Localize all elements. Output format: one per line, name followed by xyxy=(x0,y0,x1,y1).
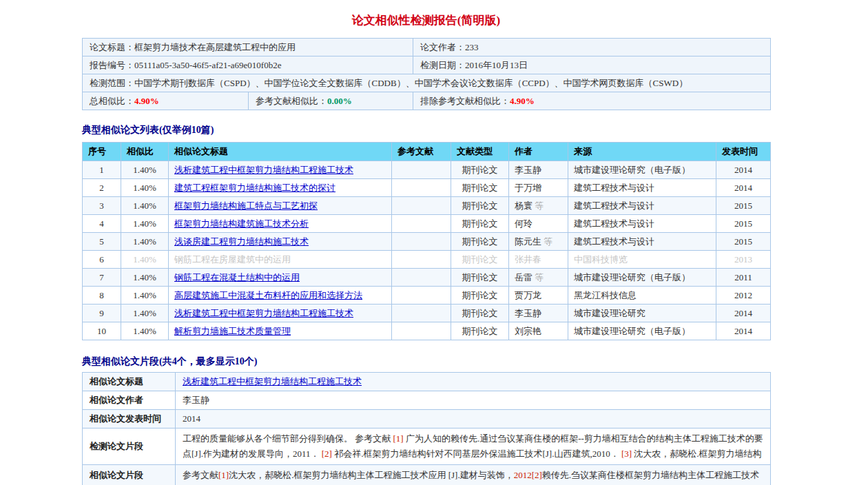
row-no-cell: 10 xyxy=(83,322,121,340)
fragment-row: 检测论文片段工程的质量能够从各个细节部分得到确保。 参考文献 [1] 广为人知的… xyxy=(83,429,771,465)
paper-author-value: 233 xyxy=(465,42,479,52)
etal-suffix: 等 xyxy=(533,272,544,282)
paper-title-link[interactable]: 钢筋工程在混凝土结构中的运用 xyxy=(174,272,300,282)
similar-papers-header-row: 序号 相似比 相似论文标题 参考文献 文献类型 作者 来源 发表时间 xyxy=(83,143,771,161)
info-row-title-author: 论文标题：框架剪力墙技术在高层建筑工程中的应用 论文作者：233 xyxy=(83,39,771,56)
fragment-row: 相似论文发表时间2014 xyxy=(83,410,771,429)
table-row: 71.40%钢筋工程在混凝土结构中的运用期刊论文岳雷 等城市建设理论研究（电子版… xyxy=(83,269,771,287)
paper-title-label: 论文标题： xyxy=(90,42,134,52)
paper-title-link[interactable]: 框架剪力墙结构建筑施工技术分析 xyxy=(174,218,309,229)
paper-title-text: 钢筋工程在房屋建筑中的运用 xyxy=(174,254,291,265)
row-doc-type-cell: 期刊论文 xyxy=(451,197,509,215)
row-source-cell: 城市建设理论研究（电子版） xyxy=(568,269,716,287)
fragment-row-value: 2014 xyxy=(176,410,771,429)
paper-title-link[interactable]: 浅析建筑工程中框架剪力墙结构工程施工技术 xyxy=(174,308,353,318)
row-reference-cell xyxy=(392,161,451,179)
column-header-source: 来源 xyxy=(568,143,716,161)
check-scope-label: 检测范围： xyxy=(90,78,134,88)
row-year-cell: 2015 xyxy=(716,197,771,215)
paper-title-link[interactable]: 框架剪力墙结构施工特点与工艺初探 xyxy=(174,200,318,211)
similar-fragments-heading: 典型相似论文片段(共4个，最多显示10个) xyxy=(82,357,770,367)
column-header-pub-year: 发表时间 xyxy=(716,143,771,161)
row-reference-cell xyxy=(392,179,451,197)
info-row-ratios: 总相似比：4.90% 参考文献相似比：0.00% 排除参考文献相似比：4.90% xyxy=(83,92,771,110)
paper-author-label: 论文作者： xyxy=(420,42,465,52)
paper-title-value: 框架剪力墙技术在高层建筑工程中的应用 xyxy=(134,42,296,52)
row-no-cell: 8 xyxy=(83,287,121,305)
fragment-row-value: 工程的质量能够从各个细节部分得到确保。 参考文献 [1] 广为人知的赖传先.通过… xyxy=(176,429,771,465)
row-source-cell: 城市建设理论研究（电子版） xyxy=(568,322,716,340)
ref-ratio-label: 参考文献相似比： xyxy=(256,96,327,106)
row-reference-cell xyxy=(392,305,451,322)
report-title: 论文相似性检测报告(简明版) xyxy=(82,0,770,26)
row-doc-type-cell: 期刊论文 xyxy=(451,287,509,305)
row-source-cell: 城市建设理论研究（电子版） xyxy=(568,161,716,179)
paper-title-link[interactable]: 建筑工程框架剪力墙结构施工技术的探讨 xyxy=(174,183,335,193)
column-header-ratio: 相似比 xyxy=(121,143,169,161)
etal-suffix: 等 xyxy=(533,200,544,211)
fragment-row-label: 检测论文片段 xyxy=(83,429,176,465)
report-no-label: 报告编号： xyxy=(90,60,134,70)
citation-marker: [1] xyxy=(393,433,404,444)
fragment-text: 赖传先.刍议某商住楼框架剪力墙结构主体工程施工技术 xyxy=(542,470,759,480)
row-source-cell: 建筑工程技术与设计 xyxy=(568,233,716,251)
column-header-doc-type: 文献类型 xyxy=(451,143,509,161)
paper-author-cell: 论文作者：233 xyxy=(413,39,771,56)
table-row: 41.40%框架剪力墙结构建筑施工技术分析期刊论文何玲建筑工程技术与设计2015 xyxy=(83,215,771,233)
row-author-cell: 李玉静 xyxy=(509,161,568,179)
row-year-cell: 2014 xyxy=(716,305,771,322)
table-row: 51.40%浅谈房建工程剪力墙结构施工技术期刊论文陈元生 等建筑工程技术与设计2… xyxy=(83,233,771,251)
ref-ratio-value: 0.00% xyxy=(327,96,352,106)
row-ratio-cell: 1.40% xyxy=(121,233,169,251)
row-ratio-cell: 1.40% xyxy=(121,215,169,233)
fragment-text: 祁会祥.框架剪力墙结构针对不同基层外保温施工技术[J].山西建筑,2010． xyxy=(332,448,621,459)
row-ratio-cell: 1.40% xyxy=(121,161,169,179)
row-ratio-cell: 1.40% xyxy=(121,305,169,322)
paper-title-link[interactable]: 浅析建筑工程中框架剪力墙结构工程施工技术 xyxy=(174,165,353,175)
row-title-cell: 解析剪力墙施工技术质量管理 xyxy=(169,322,392,340)
fragment-row-label: 相似论文作者 xyxy=(83,391,176,410)
row-doc-type-cell: 期刊论文 xyxy=(451,269,509,287)
row-title-cell: 浅析建筑工程中框架剪力墙结构工程施工技术 xyxy=(169,305,392,322)
row-ratio-cell: 1.40% xyxy=(121,251,169,269)
row-year-cell: 2014 xyxy=(716,179,771,197)
similar-papers-table: 序号 相似比 相似论文标题 参考文献 文献类型 作者 来源 发表时间 11.40… xyxy=(82,142,771,340)
row-author-cell: 李玉静 xyxy=(509,305,568,322)
row-reference-cell xyxy=(392,251,451,269)
table-row: 11.40%浅析建筑工程中框架剪力墙结构工程施工技术期刊论文李玉静城市建设理论研… xyxy=(83,161,771,179)
paper-title-link[interactable]: 解析剪力墙施工技术质量管理 xyxy=(174,326,291,336)
row-title-cell: 框架剪力墙结构建筑施工技术分析 xyxy=(169,215,392,233)
row-title-cell: 建筑工程框架剪力墙结构施工技术的探讨 xyxy=(169,179,392,197)
row-author-cell: 岳雷 等 xyxy=(509,269,568,287)
row-author-cell: 于万增 xyxy=(509,179,568,197)
row-reference-cell xyxy=(392,215,451,233)
exclude-ref-ratio-value: 4.90% xyxy=(510,96,535,106)
paper-title-link[interactable]: 浅析建筑工程中框架剪力墙结构工程施工技术 xyxy=(183,376,362,386)
fragment-row-value: 浅析建筑工程中框架剪力墙结构工程施工技术 xyxy=(176,373,771,391)
exclude-ref-ratio-cell: 排除参考文献相似比：4.90% xyxy=(413,92,771,110)
similar-fragments-table: 相似论文标题浅析建筑工程中框架剪力墙结构工程施工技术相似论文作者李玉静相似论文发… xyxy=(82,372,771,485)
check-scope-value: 中国学术期刊数据库（CSPD）、中国学位论文全文数据库（CDDB）、中国学术会议… xyxy=(134,78,688,88)
paper-title-link[interactable]: 浅谈房建工程剪力墙结构施工技术 xyxy=(174,236,309,247)
paper-title-link[interactable]: 高层建筑施工中混凝土布料杆的应用和选择方法 xyxy=(174,290,362,300)
report-no-cell: 报告编号：05111a05-3a50-46f5-af21-a69e010f0b2… xyxy=(83,56,413,74)
row-doc-type-cell: 期刊论文 xyxy=(451,305,509,322)
row-author-cell: 何玲 xyxy=(509,215,568,233)
row-no-cell: 1 xyxy=(83,161,121,179)
row-ratio-cell: 1.40% xyxy=(121,179,169,197)
row-title-cell: 高层建筑施工中混凝土布料杆的应用和选择方法 xyxy=(169,287,392,305)
column-header-author: 作者 xyxy=(509,143,568,161)
row-year-cell: 2015 xyxy=(716,233,771,251)
similar-papers-list-heading: 典型相似论文列表(仅举例10篇) xyxy=(82,125,770,135)
row-ratio-cell: 1.40% xyxy=(121,269,169,287)
check-date-value: 2016年10月13日 xyxy=(465,60,528,70)
fragment-row-value: 李玉静 xyxy=(176,391,771,410)
row-doc-type-cell: 期刊论文 xyxy=(451,161,509,179)
citation-marker: 2012[2] xyxy=(514,470,542,480)
row-reference-cell xyxy=(392,322,451,340)
row-source-cell: 中国科技博览 xyxy=(568,251,716,269)
ref-ratio-cell: 参考文献相似比：0.00% xyxy=(249,92,413,110)
row-no-cell: 6 xyxy=(83,251,121,269)
total-ratio-cell: 总相似比：4.90% xyxy=(83,92,249,110)
citation-marker: [2] xyxy=(322,448,332,459)
